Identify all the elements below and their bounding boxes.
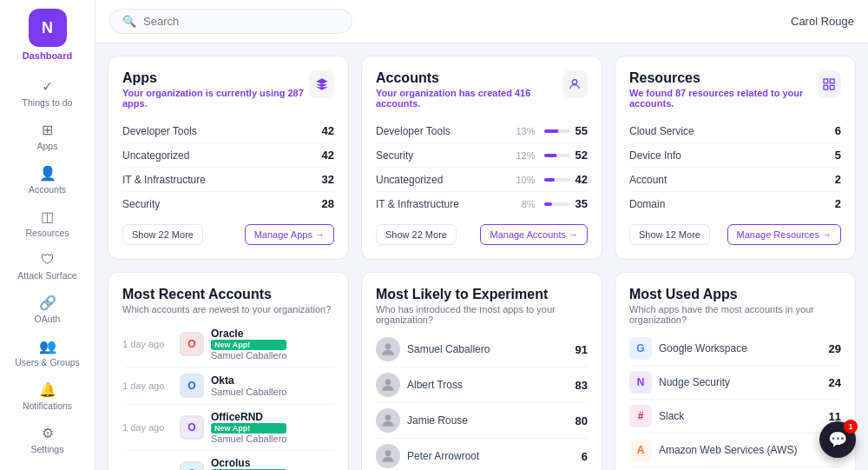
avatar: [376, 373, 400, 397]
progress-bar: [544, 127, 570, 136]
search-input[interactable]: [143, 15, 339, 28]
search-icon: 🔍: [122, 15, 136, 28]
list-item-name: IT & Infrastructure: [376, 198, 459, 210]
list-item-count: 2: [835, 197, 841, 210]
app-user: Samuel Caballero: [211, 387, 286, 397]
gear-icon: ⚙: [42, 425, 54, 441]
header: 🔍 Carol Rouge: [95, 0, 868, 43]
sidebar-item-things-to-do[interactable]: ✓ Things to do: [0, 71, 95, 115]
resources-show-more-button[interactable]: Show 12 More: [629, 224, 710, 245]
progress-visual: [544, 175, 570, 184]
sidebar-item-label: Things to do: [23, 97, 73, 108]
sidebar-item-users-groups[interactable]: 👥 Users & Groups: [0, 331, 95, 374]
sidebar-logo[interactable]: N: [29, 9, 67, 47]
sidebar-item-attack-surface[interactable]: 🛡 Attack Surface: [0, 245, 95, 288]
list-item-right: 8% 35: [522, 197, 588, 210]
exp-left: Jamie Rouse: [376, 408, 468, 433]
apps-manage-button[interactable]: Manage Apps →: [245, 224, 334, 245]
app-info: Okta Samuel Caballero: [211, 374, 286, 397]
search-box[interactable]: 🔍: [109, 9, 352, 34]
sidebar-item-resources[interactable]: ◫ Resources: [0, 202, 95, 245]
recent-time: 1 day ago: [122, 381, 173, 391]
experiment-user-name: Samuel Caballero: [407, 343, 490, 355]
svg-point-0: [573, 80, 577, 84]
app-name: Okta: [211, 374, 286, 387]
experiment-item: Samuel Caballero 91: [376, 332, 588, 367]
sidebar-item-notifications[interactable]: 🔔 Notifications: [0, 374, 95, 418]
resources-manage-button[interactable]: Manage Resources →: [727, 224, 841, 245]
svg-rect-9: [824, 79, 828, 83]
list-item: Security28: [122, 192, 334, 215]
sidebar-item-label: OAuth: [35, 314, 61, 324]
list-item-count: 28: [322, 197, 334, 210]
experiment-count: 83: [575, 379, 588, 392]
user-name: Carol Rouge: [791, 15, 854, 28]
exp-left: Peter Arrowroot: [376, 444, 479, 468]
shield-icon: 🛡: [41, 252, 55, 268]
accounts-card-icon: [562, 70, 589, 98]
apps-show-more-button[interactable]: Show 22 More: [122, 224, 203, 245]
list-item-name: Uncategorized: [376, 174, 443, 186]
accounts-show-more-button[interactable]: Show 22 More: [376, 224, 457, 245]
apps-card-info: Apps Your organization is currently usin…: [122, 70, 309, 109]
avatar: [376, 337, 400, 361]
new-badge: New App!: [211, 423, 286, 434]
resources-card: Resources We found 87 resources related …: [615, 56, 856, 260]
apps-count: 287: [288, 88, 304, 98]
experiment-user-name: Jamie Rouse: [407, 414, 468, 427]
resources-card-icon: [818, 70, 841, 98]
apps-list: Developer Tools42Uncategorized42IT & Inf…: [122, 119, 334, 215]
sidebar-item-label: Notifications: [23, 400, 72, 411]
experiment-count: 91: [575, 343, 588, 356]
used-apps-subtitle: Which apps have the most accounts in you…: [629, 304, 841, 325]
experiment-item: Albert Tross 83: [376, 367, 588, 403]
sidebar-item-settings[interactable]: ⚙ Settings: [0, 418, 95, 461]
oauth-icon: 🔗: [39, 295, 56, 311]
dashboard-label: Dashboard: [23, 50, 72, 61]
resources-card-header: Resources We found 87 resources related …: [629, 70, 841, 109]
avatar: [376, 444, 400, 468]
used-app-left: G Google Workspace: [629, 337, 747, 360]
app-user: Samuel Caballero: [211, 350, 286, 361]
sidebar-item-accounts[interactable]: 👤 Accounts: [0, 158, 95, 202]
recent-accounts-item: 1 day ago O Oracle New App! Samuel Cabal…: [122, 321, 334, 367]
used-apps-list: G Google Workspace 29 N Nudge Security 2…: [629, 332, 841, 470]
chat-button[interactable]: 💬 1: [819, 421, 856, 458]
grid-icon: ⊞: [42, 122, 53, 138]
list-item-name: Uncategorized: [122, 149, 189, 162]
progress-visual: [544, 200, 570, 209]
list-item-pct: 8%: [522, 199, 536, 209]
resources-card-info: Resources We found 87 resources related …: [629, 70, 818, 109]
recent-time: 1 day ago: [122, 422, 173, 433]
used-app-item: N Nudge Security 24: [629, 366, 841, 400]
list-item-count: 42: [322, 149, 334, 162]
list-item-count: 55: [575, 124, 588, 137]
accounts-card-info: Accounts Your organization has created 4…: [376, 70, 562, 109]
app-info: Oracle New App! Samuel Caballero: [211, 328, 286, 361]
progress-visual: [544, 127, 570, 136]
accounts-list: Developer Tools 13% 55 Security 12% 52 U…: [376, 119, 588, 215]
recent-accounts-title: Most Recent Accounts: [122, 287, 334, 302]
list-item: Security 12% 52: [376, 143, 588, 168]
list-item-name: Cloud Service: [629, 125, 694, 137]
sidebar-item-oauth[interactable]: 🔗 OAuth: [0, 288, 95, 331]
app-icon: O: [180, 332, 204, 356]
sidebar-item-label: Users & Groups: [15, 357, 80, 367]
used-app-left: A Amazon Web Services (AWS): [629, 439, 797, 461]
accounts-manage-button[interactable]: Manage Accounts →: [480, 224, 588, 245]
list-item-count: 42: [575, 173, 588, 186]
app-icon: O: [180, 374, 204, 398]
main-content: 🔍 Carol Rouge Apps Your organization is …: [95, 0, 868, 470]
recent-accounts-card: Most Recent Accounts Which accounts are …: [108, 272, 349, 470]
users-icon: 👥: [39, 338, 56, 354]
list-item-count: 42: [322, 124, 334, 137]
apps-card-icon: [309, 70, 334, 98]
accounts-card-title: Accounts: [376, 70, 562, 86]
used-app-name: Slack: [659, 410, 684, 422]
used-app-icon: G: [629, 337, 652, 360]
recent-time: 1 day ago: [122, 339, 173, 349]
experiment-count: 80: [575, 414, 588, 427]
list-item-name: Security: [122, 198, 160, 210]
new-badge: New App!: [211, 340, 286, 350]
sidebar-item-apps[interactable]: ⊞ Apps: [0, 115, 95, 158]
